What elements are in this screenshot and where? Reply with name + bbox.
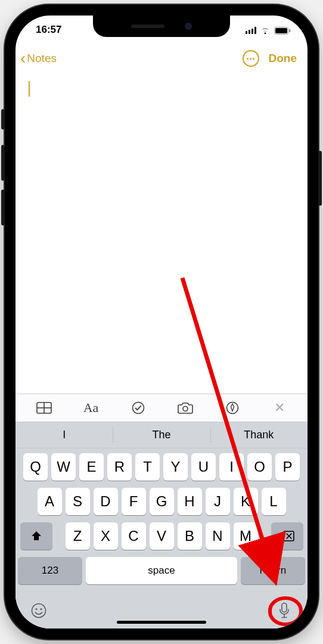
key-d[interactable]: D: [94, 488, 118, 515]
text-style-tool[interactable]: Aa: [78, 400, 104, 416]
chevron-left-icon: ‹: [20, 50, 26, 67]
key-f[interactable]: F: [122, 488, 146, 515]
table-tool[interactable]: [31, 402, 57, 414]
svg-point-9: [32, 604, 46, 618]
backspace-key[interactable]: [271, 522, 303, 550]
pen-circle-icon: [226, 401, 239, 414]
key-x[interactable]: X: [94, 522, 118, 550]
checkmark-circle-icon: [132, 401, 145, 414]
keyboard-keys: Q W E R T Y U I O P A S D F G H: [15, 448, 308, 595]
key-e[interactable]: E: [79, 453, 104, 481]
table-icon: [36, 402, 52, 414]
text-style-icon: Aa: [83, 400, 99, 416]
done-button[interactable]: Done: [269, 52, 297, 65]
key-y[interactable]: Y: [163, 453, 188, 481]
screen: 16:57 ‹ Notes Done: [15, 16, 308, 628]
svg-rect-2: [289, 29, 290, 32]
key-a[interactable]: A: [38, 488, 62, 515]
key-l[interactable]: L: [262, 488, 286, 515]
more-options-button[interactable]: [243, 50, 259, 67]
svg-rect-1: [275, 28, 287, 33]
wifi-icon: [260, 27, 271, 35]
markup-tool[interactable]: [219, 401, 246, 414]
svg-point-11: [41, 608, 42, 610]
home-indicator[interactable]: [117, 621, 206, 624]
key-o[interactable]: O: [247, 453, 272, 481]
key-q[interactable]: Q: [23, 453, 48, 481]
svg-point-10: [36, 608, 38, 610]
key-j[interactable]: J: [206, 488, 230, 515]
suggestion-3[interactable]: Thank: [210, 422, 308, 448]
volume-up-button: [1, 145, 5, 181]
note-editor[interactable]: [15, 73, 308, 394]
key-k[interactable]: K: [234, 488, 258, 515]
text-cursor: [29, 81, 30, 97]
key-r[interactable]: R: [107, 453, 132, 481]
backspace-icon: [279, 530, 295, 542]
mute-switch: [1, 109, 5, 129]
key-v[interactable]: V: [150, 522, 174, 550]
back-label: Notes: [27, 52, 57, 65]
iphone-device-frame: 16:57 ‹ Notes Done: [5, 5, 318, 639]
microphone-icon: [278, 602, 290, 619]
camera-icon: [178, 402, 193, 414]
notes-format-toolbar: Aa ✕: [15, 394, 308, 422]
volume-down-button: [1, 190, 5, 225]
back-button[interactable]: ‹ Notes: [20, 50, 57, 67]
key-u[interactable]: U: [191, 453, 216, 481]
emoji-button[interactable]: [29, 600, 49, 621]
key-i[interactable]: I: [219, 453, 244, 481]
key-h[interactable]: H: [178, 488, 202, 515]
battery-icon: [274, 27, 291, 35]
display-notch: [93, 16, 230, 37]
toolbar-close-button[interactable]: ✕: [266, 400, 293, 416]
key-p[interactable]: P: [275, 453, 300, 481]
key-m[interactable]: M: [234, 522, 258, 550]
space-key[interactable]: space: [86, 557, 237, 584]
suggestion-bar: I The Thank: [15, 422, 308, 448]
suggestion-1[interactable]: I: [15, 422, 113, 448]
emoji-icon: [30, 602, 47, 619]
nav-bar: ‹ Notes Done: [15, 44, 308, 73]
key-w[interactable]: W: [51, 453, 76, 481]
cellular-signal-icon: [246, 27, 256, 34]
svg-point-7: [183, 407, 188, 411]
side-power-button: [318, 151, 322, 206]
ellipsis-icon: [247, 58, 254, 60]
shift-icon: [30, 530, 42, 542]
numbers-key[interactable]: 123: [18, 557, 82, 584]
key-n[interactable]: N: [206, 522, 230, 550]
suggestion-2[interactable]: The: [113, 422, 210, 448]
status-time: 16:57: [36, 24, 61, 36]
svg-point-6: [132, 402, 144, 414]
key-b[interactable]: B: [178, 522, 202, 550]
dictation-button[interactable]: [274, 600, 294, 621]
key-s[interactable]: S: [66, 488, 90, 515]
key-c[interactable]: C: [122, 522, 146, 550]
shift-key[interactable]: [20, 522, 52, 550]
return-key[interactable]: return: [241, 557, 305, 584]
svg-rect-12: [282, 603, 287, 612]
keyboard-region: Aa ✕ I The Thank: [15, 394, 308, 628]
key-t[interactable]: T: [135, 453, 160, 481]
camera-tool[interactable]: [172, 402, 198, 414]
checklist-tool[interactable]: [125, 401, 151, 414]
key-g[interactable]: G: [150, 488, 174, 515]
key-z[interactable]: Z: [66, 522, 90, 550]
